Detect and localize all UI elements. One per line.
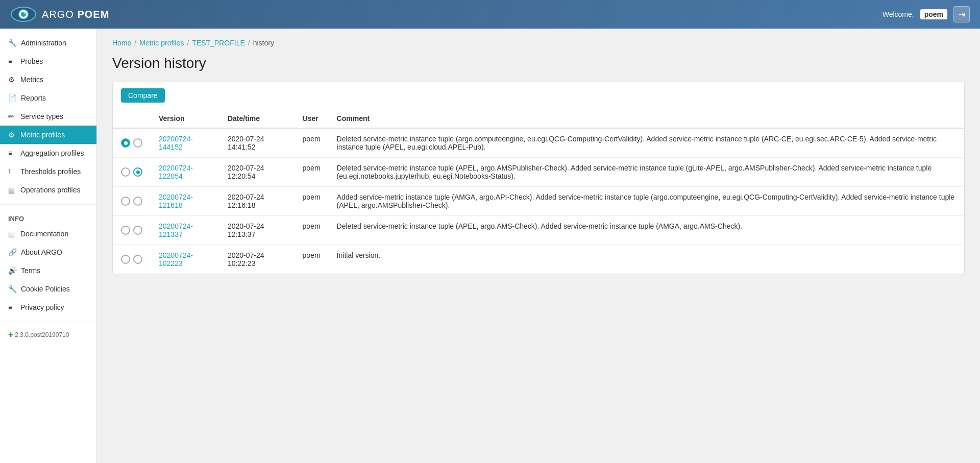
sidebar-label-documentation: Documentation xyxy=(20,230,68,238)
info-label: INFO xyxy=(0,210,96,225)
sidebar-item-metric-profiles[interactable]: ⚙ Metric profiles xyxy=(0,126,96,144)
sidebar-item-documentation[interactable]: ▦ Documentation xyxy=(0,225,96,243)
logout-button[interactable]: ⇥ xyxy=(953,6,970,22)
layout: 🔧 Administration ≡ Probes ⚙ Metrics 📄 Re… xyxy=(0,29,980,463)
cog-icon: ⚙ xyxy=(8,131,16,139)
user-cell: poem xyxy=(295,187,329,216)
table-header-row: Version Date/time User Comment xyxy=(113,109,964,128)
table-row: 20200724-1220542020-07-24 12:20:54poemDe… xyxy=(113,158,964,187)
radio-button-1[interactable] xyxy=(121,226,130,235)
radio-button-2[interactable] xyxy=(133,138,142,148)
user-cell: poem xyxy=(295,216,329,245)
col-user: User xyxy=(295,109,329,128)
table-row: 20200724-1441522020-07-24 14:41:52poemDe… xyxy=(113,128,964,158)
datetime-cell: 2020-07-24 12:13:37 xyxy=(219,216,295,245)
terms-icon: 🔊 xyxy=(8,266,17,275)
sidebar-item-probes[interactable]: ≡ Probes xyxy=(0,52,96,70)
version-cell: 20200724-121618 xyxy=(151,187,219,216)
version-link[interactable]: 20200724-102223 xyxy=(159,251,193,267)
table-row: 20200724-1216182020-07-24 12:16:18poemAd… xyxy=(113,187,964,216)
radio-button-1[interactable] xyxy=(121,255,130,264)
sidebar-item-administration[interactable]: 🔧 Administration xyxy=(0,34,96,52)
breadcrumb-sep-3: / xyxy=(248,39,250,47)
sidebar-item-aggregation-profiles[interactable]: ≡ Aggregation profiles xyxy=(0,144,96,162)
radio-button-1[interactable] xyxy=(121,197,130,206)
version-icon: ✚ xyxy=(8,331,13,338)
breadcrumb-home[interactable]: Home xyxy=(112,39,131,47)
version-text: 2.3.0.post20190710 xyxy=(15,331,69,338)
sidebar-item-terms[interactable]: 🔊 Terms xyxy=(0,261,96,280)
version-link[interactable]: 20200724-122054 xyxy=(159,164,193,180)
sidebar-item-cookie-policies[interactable]: 🔧 Cookie Policies xyxy=(0,280,96,298)
sidebar: 🔧 Administration ≡ Probes ⚙ Metrics 📄 Re… xyxy=(0,29,97,463)
radio-button-2[interactable] xyxy=(133,167,142,177)
version-link[interactable]: 20200724-121337 xyxy=(159,222,193,238)
sidebar-item-service-types[interactable]: ✏ Service types xyxy=(0,107,96,126)
col-comment: Comment xyxy=(329,109,964,128)
sidebar-item-privacy-policy[interactable]: ≡ Privacy policy xyxy=(0,298,96,316)
welcome-text: Welcome, xyxy=(883,10,914,18)
sidebar-divider xyxy=(0,204,96,205)
history-table: Version Date/time User Comment 20200724-… xyxy=(113,109,964,274)
version-link[interactable]: 20200724-144152 xyxy=(159,135,193,151)
radio-cell xyxy=(113,158,151,187)
radio-cell xyxy=(113,128,151,158)
main-content: Home / Metric profiles / TEST_PROFILE / … xyxy=(97,29,980,463)
datetime-cell: 2020-07-24 14:41:52 xyxy=(219,128,295,158)
radio-button-1[interactable] xyxy=(121,167,130,177)
svg-point-3 xyxy=(23,12,26,14)
breadcrumb-current: history xyxy=(253,39,274,47)
sidebar-label-operations-profiles: Operations profiles xyxy=(20,186,81,194)
breadcrumb-test-profile[interactable]: TEST_PROFILE xyxy=(192,39,244,47)
sidebar-label-about-argo: About ARGO xyxy=(21,248,62,256)
compare-button[interactable]: Compare xyxy=(121,88,165,103)
table-row: 20200724-1022232020-07-24 10:22:23poemIn… xyxy=(113,245,964,274)
sidebar-label-reports: Reports xyxy=(21,94,46,102)
sidebar-label-metric-profiles: Metric profiles xyxy=(20,131,65,139)
datetime-cell: 2020-07-24 10:22:23 xyxy=(219,245,295,274)
col-version: Version xyxy=(151,109,219,128)
sidebar-item-metrics[interactable]: ⚙ Metrics xyxy=(0,70,96,89)
app-title: ARGO POEM xyxy=(42,9,109,20)
logo-icon xyxy=(10,5,37,23)
sidebar-label-administration: Administration xyxy=(21,39,66,47)
breadcrumb-sep-2: / xyxy=(187,39,189,47)
version-cell: 20200724-122054 xyxy=(151,158,219,187)
breadcrumb-metric-profiles[interactable]: Metric profiles xyxy=(139,39,184,47)
brand: ARGO POEM xyxy=(10,5,109,23)
radio-button-2[interactable] xyxy=(133,226,142,235)
bars-icon: ≡ xyxy=(8,149,16,157)
page-title: Version history xyxy=(112,55,965,71)
radio-button-2[interactable] xyxy=(133,197,142,206)
sidebar-label-probes: Probes xyxy=(20,57,43,65)
list-icon: ≡ xyxy=(8,57,16,65)
grid-icon: ▦ xyxy=(8,186,16,194)
col-radio xyxy=(113,109,151,128)
sidebar-label-cookie-policies: Cookie Policies xyxy=(21,285,70,293)
sidebar-item-thresholds-profiles[interactable]: ! Thresholds profiles xyxy=(0,162,96,181)
radio-button-1[interactable] xyxy=(121,138,130,148)
user-cell: poem xyxy=(295,128,329,158)
exclamation-icon: ! xyxy=(8,167,16,176)
comment-cell: Deleted service-metric instance tuple (A… xyxy=(329,158,964,187)
radio-button-2[interactable] xyxy=(133,255,142,264)
table-row: 20200724-1213372020-07-24 12:13:37poemDe… xyxy=(113,216,964,245)
radio-cell xyxy=(113,245,151,274)
wrench-icon: 🔧 xyxy=(8,39,17,47)
version-cell: 20200724-102223 xyxy=(151,245,219,274)
history-table-card: Compare Version Date/time User Comment 2… xyxy=(112,82,965,274)
navbar: ARGO POEM Welcome, poem ⇥ xyxy=(0,0,980,29)
username-badge: poem xyxy=(920,9,947,19)
user-cell: poem xyxy=(295,158,329,187)
gear-icon: ⚙ xyxy=(8,76,16,84)
sidebar-item-operations-profiles[interactable]: ▦ Operations profiles xyxy=(0,181,96,199)
doc-icon: ▦ xyxy=(8,230,16,238)
version-cell: 20200724-121337 xyxy=(151,216,219,245)
sidebar-divider-2 xyxy=(0,322,96,322)
datetime-cell: 2020-07-24 12:16:18 xyxy=(219,187,295,216)
comment-cell: Deleted service-metric instance tuple (A… xyxy=(329,216,964,245)
sidebar-item-about-argo[interactable]: 🔗 About ARGO xyxy=(0,243,96,261)
version-link[interactable]: 20200724-121618 xyxy=(159,193,193,209)
sidebar-label-thresholds-profiles: Thresholds profiles xyxy=(20,167,81,176)
sidebar-item-reports[interactable]: 📄 Reports xyxy=(0,89,96,107)
